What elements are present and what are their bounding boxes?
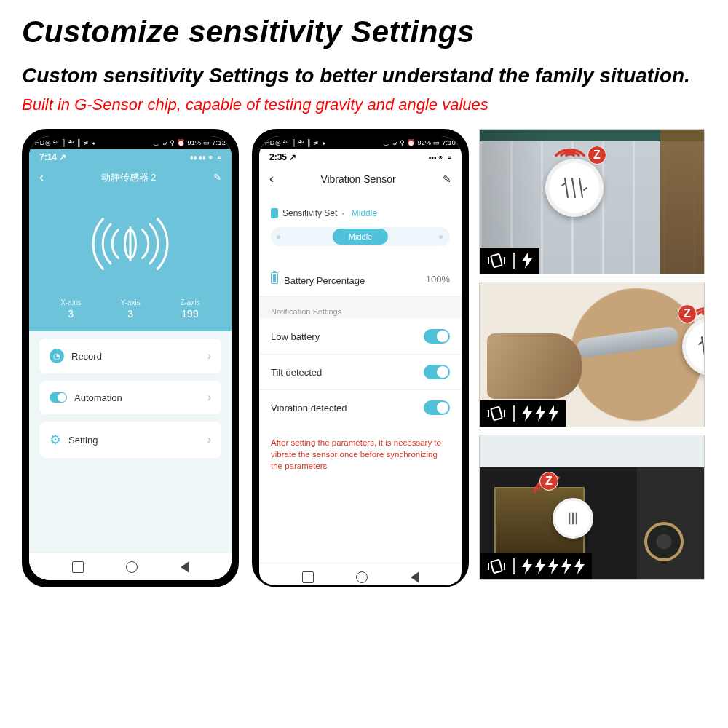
slider-pill: Middle — [333, 229, 388, 245]
edit-icon[interactable]: ✎ — [443, 173, 451, 185]
intensity-strip — [480, 400, 566, 427]
svg-rect-7 — [491, 560, 502, 574]
toggle-row-tilt: Tilt detected — [259, 355, 462, 390]
toggle-row-low-battery: Low battery — [259, 319, 462, 355]
phone-mockup-2: HD◎ ⁴ᵍ ║ ⁴ᵍ ║ ⚞ ⬥ ⓝ ⚙ ⚲ ⏰ 92% ▭ 7:10 2:3… — [252, 129, 469, 587]
edit-icon[interactable]: ✎ — [213, 172, 221, 183]
bolt-icon — [574, 558, 585, 574]
phone-mockup-1: HD◎ ⁴ᵍ ║ ⁴ᵍ ║ ⚞ ⬥ ⓝ ⚙ ⚲ ⏰ 91% ▭ 7:12 7:1… — [22, 129, 239, 587]
toggle-row-vibration: Vibration detected — [259, 390, 462, 425]
nav-home-button[interactable] — [126, 561, 138, 573]
zigbee-badge-icon: Z — [678, 304, 697, 323]
usage-tile-door: Z — [479, 282, 705, 427]
switch-tilt[interactable] — [424, 365, 450, 379]
vibrate-icon — [487, 558, 506, 574]
back-button[interactable]: ‹ — [269, 171, 274, 186]
sensor-device-icon — [545, 159, 604, 217]
zigbee-badge-icon: Z — [587, 146, 606, 165]
chevron-right-icon: › — [207, 349, 211, 363]
svg-rect-2 — [491, 254, 502, 268]
vibrate-icon — [487, 253, 506, 269]
chevron-right-icon: › — [207, 433, 211, 446]
sensitivity-label: Sensitivity Set · Middle — [271, 208, 450, 218]
page-title: Customize sensitivity Settings — [22, 15, 706, 50]
nav-home-button[interactable] — [356, 571, 368, 583]
sensitivity-icon — [271, 208, 278, 218]
svg-rect-3 — [491, 407, 502, 421]
intensity-bolts — [522, 253, 532, 269]
nav-row-setting[interactable]: ⚙Setting › — [39, 422, 221, 458]
android-nav-bar — [259, 563, 462, 587]
gear-icon: ⚙ — [50, 432, 61, 448]
bolt-icon — [561, 558, 571, 574]
clock-label: 2:35 ↗ — [269, 152, 296, 162]
section-label: Notification Settings — [259, 297, 462, 319]
switch-vibration[interactable] — [424, 400, 450, 415]
signal-icons: ▪▪▪ ᯤ ▭ — [429, 154, 451, 162]
intensity-strip — [480, 248, 539, 274]
battery-icon — [271, 272, 278, 284]
screen-title: Vibration Sensor — [320, 173, 395, 185]
page-highlight: Built in G-Sensor chip, capable of testi… — [22, 95, 706, 114]
nav-back-button[interactable] — [411, 571, 419, 583]
nav-recent-button[interactable] — [302, 571, 314, 583]
nav-row-automation[interactable]: Automation › — [39, 381, 221, 414]
bolt-icon — [548, 405, 558, 422]
intensity-bolts — [522, 558, 585, 574]
bolt-icon — [522, 253, 532, 269]
vibration-sensor-graphic — [29, 189, 232, 298]
bolt-icon — [522, 405, 532, 422]
axis-readings: X-axis3 Y-axis3 Z-axis199 — [29, 298, 232, 320]
nav-back-button[interactable] — [181, 561, 189, 573]
zigbee-badge-icon: Z — [539, 472, 558, 491]
bolt-icon — [522, 558, 532, 574]
switch-low-battery[interactable] — [424, 329, 450, 344]
usage-tile-safe: Z — [479, 435, 705, 580]
intensity-strip — [480, 553, 592, 579]
app-status-bar: 2:35 ↗ ▪▪▪ ᯤ ▭ — [259, 149, 462, 165]
app-status-bar: 7:14 ↗ ▮▮ ▮▮ ᯤ ▭ — [29, 149, 232, 165]
battery-row: Battery Percentage 100% — [259, 262, 462, 297]
signal-icons: ▮▮ ▮▮ ᯤ ▭ — [190, 154, 221, 162]
nav-row-record[interactable]: ◔Record › — [39, 339, 221, 373]
vibrate-icon — [487, 405, 506, 422]
usage-tile-window: Z — [479, 129, 705, 274]
intensity-bolts — [522, 405, 558, 422]
chevron-right-icon: › — [207, 391, 211, 404]
back-button[interactable]: ‹ — [39, 170, 44, 185]
android-nav-bar — [29, 553, 232, 580]
nav-recent-button[interactable] — [72, 561, 84, 573]
sensor-device-icon — [682, 317, 705, 376]
clock-icon: ◔ — [50, 349, 64, 363]
device-title: 动静传感器 2 — [101, 171, 157, 184]
bolt-icon — [548, 558, 558, 574]
bolt-icon — [535, 405, 545, 422]
clock-label: 7:14 ↗ — [39, 152, 66, 162]
sensitivity-slider[interactable]: Middle — [271, 227, 450, 246]
toggle-icon — [50, 392, 67, 403]
page-subtitle: Custom sensitivity Settings to better un… — [22, 63, 706, 88]
signal-waves-icon — [551, 132, 589, 158]
bolt-icon — [535, 558, 545, 574]
warning-text: After setting the parameters, it is nece… — [259, 425, 462, 483]
sensor-device-icon — [553, 498, 593, 539]
